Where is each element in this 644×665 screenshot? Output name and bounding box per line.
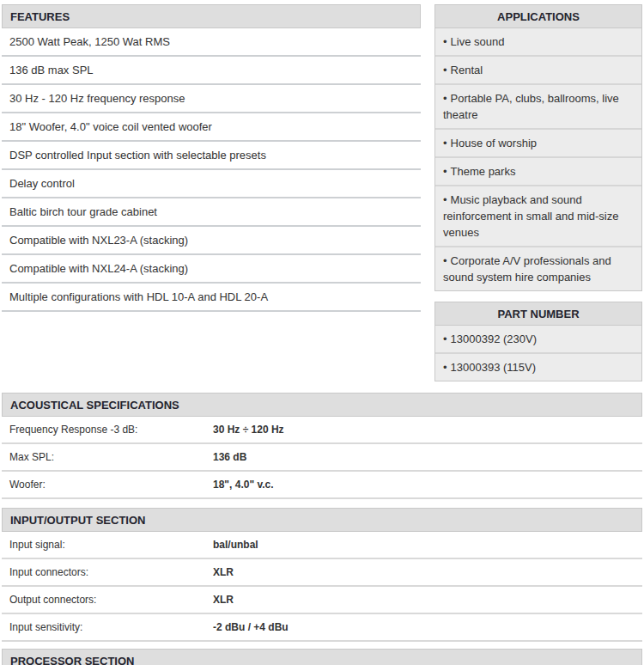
bullet-icon: • (443, 165, 447, 178)
feature-item: 136 dB max SPL (2, 57, 421, 85)
spec-value: 18", 4.0" v.c. (213, 479, 274, 491)
bullet-icon: • (443, 254, 447, 267)
applications-section: APPLICATIONS •Live sound •Rental •Portab… (434, 4, 642, 291)
application-item-label: Live sound (451, 35, 505, 48)
feature-item: 18" Woofer, 4.0" voice coil vented woofe… (2, 113, 421, 142)
spec-label: Input sensitivity: (2, 621, 213, 634)
application-item-label: Corporate A/V professionals and sound sy… (443, 254, 611, 284)
spec-row: Output connectors: XLR (2, 587, 642, 614)
application-item-label: Music playback and sound reinforcement i… (443, 193, 618, 239)
spec-value: bal/unbal (213, 539, 258, 552)
bullet-icon: • (443, 137, 447, 149)
spec-label: Frequency Response -3 dB: (2, 424, 213, 436)
spec-label: Input connectors: (2, 566, 213, 579)
spec-label: Max SPL: (2, 451, 213, 464)
applications-header: APPLICATIONS (435, 5, 641, 28)
spec-value: 136 dB (213, 451, 246, 464)
application-item-label: Portable PA, clubs, ballrooms, live thea… (443, 92, 619, 121)
application-item: •Theme parks (435, 158, 641, 186)
spec-row: Input connectors: XLR (2, 559, 642, 587)
acoustical-specifications-header: ACOUSTICAL SPECIFICATIONS (2, 393, 642, 417)
spec-value: XLR (213, 594, 234, 607)
spec-value: XLR (213, 566, 234, 579)
feature-item: Multiple configurations with HDL 10-A an… (2, 284, 421, 312)
processor-header: PROCESSOR SECTION (2, 649, 642, 665)
application-item: •Rental (435, 57, 641, 85)
bullet-icon: • (443, 332, 447, 345)
features-section: FEATURES 2500 Watt Peak, 1250 Wat RMS 13… (2, 4, 421, 381)
bullet-icon: • (443, 64, 447, 76)
acoustical-specifications-section: ACOUSTICAL SPECIFICATIONS Frequency Resp… (2, 393, 642, 499)
application-item-label: Theme parks (451, 165, 516, 178)
bullet-icon: • (443, 92, 447, 105)
feature-item: 30 Hz - 120 Hz frequency response (2, 85, 421, 113)
spec-value: -2 dBu / +4 dBu (213, 621, 289, 634)
application-item: •Live sound (435, 28, 641, 57)
input-output-header: INPUT/OUTPUT SECTION (2, 508, 642, 532)
spec-row: Woofer: 18", 4.0" v.c. (2, 472, 642, 499)
feature-item: Compatible with NXL24-A (stacking) (2, 255, 421, 284)
feature-item: Delay control (2, 170, 421, 198)
application-item: •Portable PA, clubs, ballrooms, live the… (435, 85, 641, 130)
feature-item: 2500 Watt Peak, 1250 Wat RMS (2, 28, 421, 57)
top-columns: FEATURES 2500 Watt Peak, 1250 Wat RMS 13… (2, 4, 642, 381)
input-output-section: INPUT/OUTPUT SECTION Input signal: bal/u… (2, 508, 642, 642)
spec-page: FEATURES 2500 Watt Peak, 1250 Wat RMS 13… (0, 0, 644, 665)
part-number-item-label: 13000392 (230V) (451, 332, 537, 345)
bullet-icon: • (443, 35, 447, 48)
application-item-label: Rental (451, 64, 483, 76)
spec-label: Input signal: (2, 539, 213, 552)
spec-row: Input sensitivity: -2 dBu / +4 dBu (2, 614, 642, 642)
part-number-item: •13000393 (115V) (435, 354, 641, 381)
processor-section: PROCESSOR SECTION (2, 649, 642, 665)
application-item: •Corporate A/V professionals and sound s… (435, 247, 641, 290)
bullet-icon: • (443, 361, 447, 374)
spec-row: Frequency Response -3 dB: 30 Hz ÷ 120 Hz (2, 417, 642, 444)
right-column: APPLICATIONS •Live sound •Rental •Portab… (434, 4, 642, 381)
feature-item: DSP controlled Input section with select… (2, 142, 421, 170)
application-item: •Music playback and sound reinforcement … (435, 186, 641, 247)
part-number-section: PART NUMBER •13000392 (230V) •13000393 (… (434, 302, 642, 381)
feature-item: Compatible with NXL23-A (stacking) (2, 227, 421, 255)
features-header: FEATURES (2, 4, 421, 28)
part-number-item-label: 13000393 (115V) (451, 361, 537, 374)
part-number-header: PART NUMBER (435, 302, 641, 326)
spec-value: 30 Hz ÷ 120 Hz (213, 424, 284, 436)
part-number-item: •13000392 (230V) (435, 326, 641, 354)
spec-row: Input signal: bal/unbal (2, 532, 642, 559)
bullet-icon: • (443, 193, 447, 206)
application-item-label: House of worship (451, 137, 537, 149)
spec-row: Max SPL: 136 dB (2, 444, 642, 472)
spec-label: Woofer: (2, 479, 213, 491)
spec-label: Output connectors: (2, 594, 213, 607)
application-item: •House of worship (435, 130, 641, 158)
feature-item: Baltic birch tour grade cabinet (2, 198, 421, 227)
